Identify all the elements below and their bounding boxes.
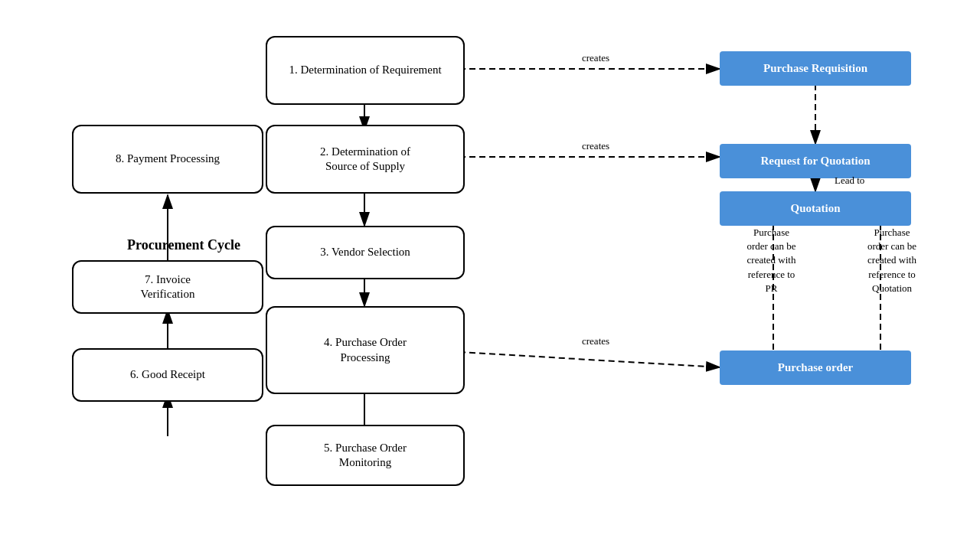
diagram-container: 1. Determination of Requirement 2. Deter… xyxy=(0,0,980,551)
po-label: Purchase order xyxy=(778,361,853,374)
creates-label-3: creates xyxy=(582,335,609,347)
po-ref-quotation-label: Purchaseorder can becreated withreferenc… xyxy=(846,226,938,295)
creates-label-2: creates xyxy=(582,140,609,152)
step4-label: 4. Purchase OrderProcessing xyxy=(324,335,407,365)
purchase-order-box: Purchase order xyxy=(720,350,911,385)
pr-label: Purchase Requisition xyxy=(763,62,867,75)
step3-box: 3. Vendor Selection xyxy=(266,226,465,279)
lead-to-label: Lead to xyxy=(835,174,864,187)
svg-line-12 xyxy=(459,352,720,367)
step6-label: 6. Good Receipt xyxy=(130,367,205,383)
step1-box: 1. Determination of Requirement xyxy=(266,36,465,105)
step7-box: 7. InvoiceVerification xyxy=(72,260,263,314)
step5-label: 5. Purchase OrderMonitoring xyxy=(324,441,407,471)
rfq-box: Request for Quotation xyxy=(720,144,911,178)
step5-box: 5. Purchase OrderMonitoring xyxy=(266,425,465,486)
step6-box: 6. Good Receipt xyxy=(72,348,263,402)
step8-box: 8. Payment Processing xyxy=(72,125,263,194)
step4-box: 4. Purchase OrderProcessing xyxy=(266,306,465,394)
purchase-requisition-box: Purchase Requisition xyxy=(720,51,911,86)
step1-label: 1. Determination of Requirement xyxy=(289,63,441,78)
rfq-label: Request for Quotation xyxy=(760,155,870,168)
step3-label: 3. Vendor Selection xyxy=(320,245,410,260)
quotation-box: Quotation xyxy=(720,191,911,226)
step8-label: 8. Payment Processing xyxy=(116,152,220,167)
step7-label: 7. InvoiceVerification xyxy=(141,272,195,302)
step2-box: 2. Determination ofSource of Supply xyxy=(266,125,465,194)
creates-label-1: creates xyxy=(582,52,609,64)
step2-label: 2. Determination ofSource of Supply xyxy=(320,145,410,174)
center-title: Procurement Cycle xyxy=(122,237,245,253)
quotation-label: Quotation xyxy=(790,202,840,215)
po-ref-pr-label: Purchaseorder can becreated withreferenc… xyxy=(735,226,808,295)
